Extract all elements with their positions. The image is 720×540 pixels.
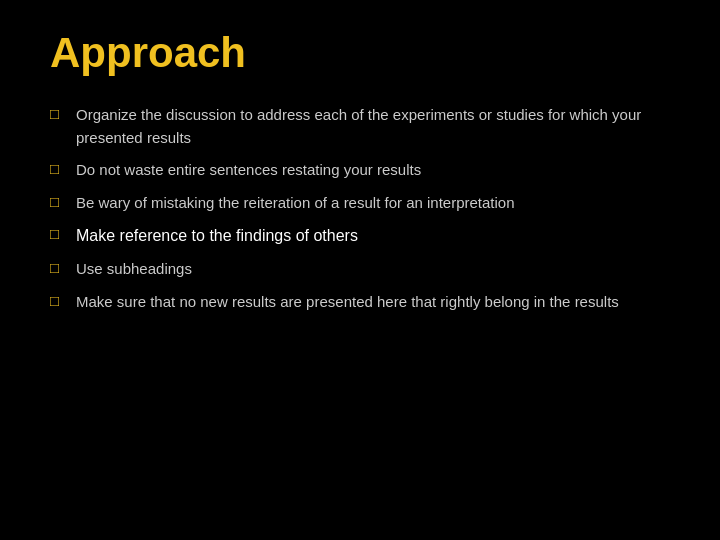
list-item: □ Use subheadings <box>50 258 670 281</box>
bullet-checkbox-icon: □ <box>50 292 68 309</box>
slide-title: Approach <box>50 30 670 76</box>
bullet-text: Use subheadings <box>76 258 670 281</box>
bullet-text-highlighted: Make reference to the findings of others <box>76 224 670 248</box>
bullet-checkbox-icon: □ <box>50 259 68 276</box>
bullet-checkbox-icon: □ <box>50 193 68 210</box>
bullet-checkbox-icon: □ <box>50 160 68 177</box>
bullet-text: Make sure that no new results are presen… <box>76 291 670 314</box>
bullet-checkbox-icon: □ <box>50 105 68 122</box>
slide: Approach □ Organize the discussion to ad… <box>0 0 720 540</box>
bullet-checkbox-icon: □ <box>50 225 68 242</box>
content-area: □ Organize the discussion to address eac… <box>50 104 670 313</box>
list-item: □ Be wary of mistaking the reiteration o… <box>50 192 670 215</box>
bullet-text: Be wary of mistaking the reiteration of … <box>76 192 670 215</box>
bullet-text: Organize the discussion to address each … <box>76 104 670 149</box>
list-item: □ Do not waste entire sentences restatin… <box>50 159 670 182</box>
bullet-text: Do not waste entire sentences restating … <box>76 159 670 182</box>
list-item: □ Make sure that no new results are pres… <box>50 291 670 314</box>
list-item: □ Make reference to the findings of othe… <box>50 224 670 248</box>
list-item: □ Organize the discussion to address eac… <box>50 104 670 149</box>
